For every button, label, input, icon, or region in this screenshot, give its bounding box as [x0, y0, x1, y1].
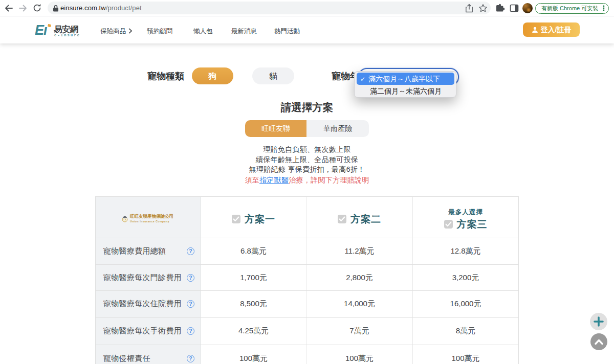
svg-text:Eı: Eı	[35, 24, 47, 37]
